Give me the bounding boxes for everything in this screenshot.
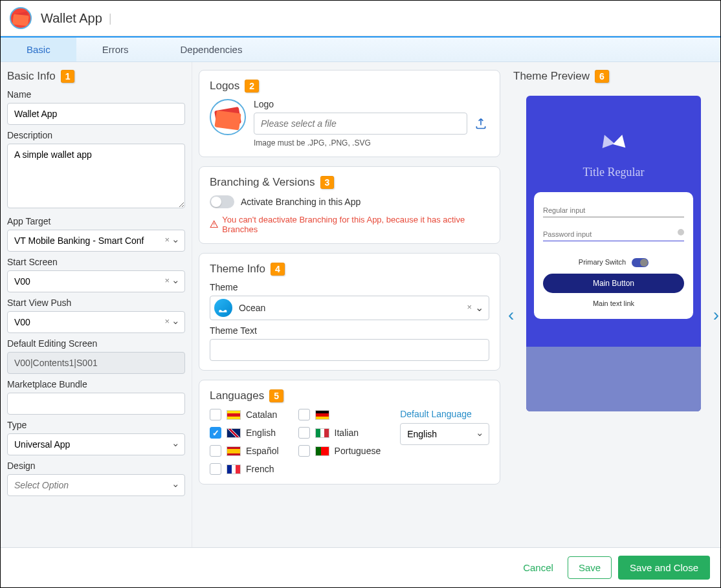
description-label: Description [7,130,185,140]
logo-label: Logo [254,99,489,109]
clear-icon[interactable]: × [164,316,170,326]
theme-text-input[interactable] [210,339,489,361]
marketplace-bundle-input[interactable] [7,393,185,415]
branching-title: Branching & Versions 3 [210,176,489,189]
clear-icon[interactable]: × [164,276,170,285]
flag-catalan-icon [227,410,241,420]
theme-select[interactable]: Ocean × [210,296,489,320]
checkbox[interactable] [298,427,310,439]
design-placeholder[interactable] [7,474,185,496]
flag-portuguese-icon [315,446,329,456]
badge-2: 2 [245,80,259,93]
tab-errors[interactable]: Errors [76,38,155,61]
start-view-push-select[interactable]: × [7,311,185,333]
type-value[interactable] [7,433,185,455]
logos-card: Logos 2 Logo Image must be .JPG, .PNG, .… [199,70,500,157]
lang-item-italian[interactable]: Italian [298,427,381,439]
badge-6: 6 [595,70,609,83]
cancel-button[interactable]: Cancel [515,557,561,578]
type-label: Type [7,420,185,430]
description-input[interactable]: A simple wallet app [7,144,185,208]
upload-icon[interactable] [472,115,489,132]
branching-title-text: Branching & Versions [210,176,315,189]
branching-toggle[interactable] [210,195,234,208]
clear-icon[interactable]: × [467,302,472,312]
checkbox[interactable] [210,427,221,439]
logo-preview-icon [210,99,246,135]
phone-logo-icon [526,135,701,146]
phone-bottom-bg [526,347,701,411]
name-input[interactable] [7,103,185,125]
badge-3: 3 [320,176,335,189]
start-screen-label: Start Screen [7,257,185,267]
checkbox[interactable] [298,445,310,457]
branching-toggle-label: Activate Branching in this App [241,197,360,207]
phone-title: Title Regular [526,166,701,179]
default-editing-screen-value [7,352,185,374]
start-screen-select[interactable]: × [7,270,185,292]
flag-german-icon [315,410,329,420]
app-target-value[interactable] [7,230,185,252]
design-select[interactable] [7,474,185,496]
ocean-theme-icon [214,299,232,317]
theme-preview-panel: Theme Preview 6 ‹ › Title Regular Primar… [507,62,720,547]
languages-title: Languages 5 [210,389,489,402]
lang-item-english[interactable]: English [210,427,279,439]
preview-prev-arrow[interactable]: ‹ [508,305,514,325]
checkbox[interactable] [210,463,221,475]
phone-switch-icon [632,258,649,267]
lang-label: Italian [335,428,359,438]
preview-next-arrow[interactable]: › [713,305,719,325]
languages-title-text: Languages [210,389,264,402]
header: Wallet App | [1,1,720,36]
default-language-select[interactable] [400,423,489,445]
logos-title-text: Logos [210,80,239,93]
save-and-close-button[interactable]: Save and Close [618,556,710,580]
phone-card: Primary Switch Main Button Main text lin… [534,192,693,319]
theme-preview-title: Theme Preview 6 [513,70,714,83]
default-language-label: Default Language [400,409,489,419]
tab-basic[interactable]: Basic [1,38,76,61]
theme-label: Theme [210,282,489,292]
checkbox[interactable] [210,445,221,457]
branching-warning: You can't deactivate Branching for this … [210,215,489,234]
basic-info-title: Basic Info 1 [7,70,185,83]
basic-info-panel: Basic Info 1 Name Description A simple w… [1,62,192,547]
theme-info-title-text: Theme Info [210,263,265,276]
default-language-value[interactable] [400,423,489,445]
type-select[interactable] [7,433,185,455]
phone-main-link: Main text link [543,299,684,307]
tabs-bar: Basic Errors Dependencies [1,36,720,62]
checkbox[interactable] [298,409,310,420]
logo-hint: Image must be .JPG, .PNG, .SVG [254,138,489,147]
lang-label: Portuguese [335,446,381,456]
name-label: Name [7,89,185,100]
phone-main-button: Main Button [543,274,684,293]
phone-password-input [543,228,684,241]
phone-switch-label: Primary Switch [579,258,626,266]
start-view-push-value[interactable] [7,311,185,333]
branching-card: Branching & Versions 3 Activate Branchin… [199,166,500,244]
tab-dependencies[interactable]: Dependencies [155,38,269,61]
checkbox[interactable] [210,409,221,420]
lang-item-french[interactable]: French [210,463,279,475]
theme-info-card: Theme Info 4 Theme Ocean × Theme Text [199,253,500,371]
theme-value: Ocean [239,303,265,313]
start-screen-value[interactable] [7,270,185,292]
flag-italian-icon [315,428,329,438]
lang-item-portuguese[interactable]: Portuguese [298,445,381,457]
app-target-select[interactable]: × [7,230,185,252]
theme-text-label: Theme Text [210,325,489,336]
badge-1: 1 [61,70,75,83]
lang-item-espanol[interactable]: Español [210,445,279,457]
branching-warning-text: You can't deactivate Branching for this … [222,215,489,234]
phone-regular-input [543,204,684,217]
app-title: Wallet App [41,11,102,26]
save-button[interactable]: Save [568,556,612,579]
warning-icon [210,220,218,229]
lang-item-german[interactable] [298,409,381,420]
clear-icon[interactable]: × [164,235,170,245]
lang-item-catalan[interactable]: Catalan [210,409,279,420]
logo-file-input[interactable] [254,113,467,135]
start-view-push-label: Start View Push [7,298,185,308]
